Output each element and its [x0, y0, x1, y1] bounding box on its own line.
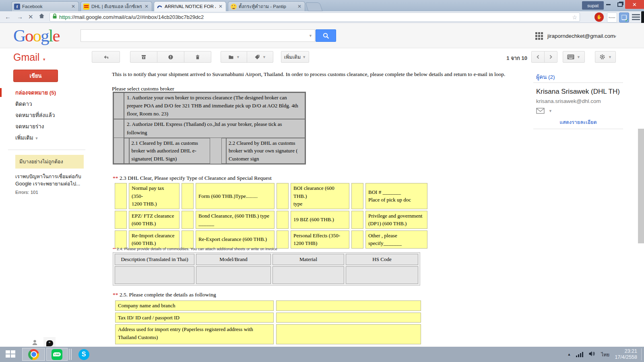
notes-extension-icon[interactable]: Evernote: [607, 12, 617, 23]
checkbox-cell[interactable]: [351, 211, 363, 229]
adblock-extension-icon[interactable]: ✋: [594, 12, 604, 22]
dropdown-icon: ▼: [577, 55, 580, 59]
checkbox-cell[interactable]: [182, 211, 194, 229]
back-icon[interactable]: ←: [5, 13, 11, 21]
error-count-text: Errors: 101: [15, 190, 38, 195]
pages-extension-icon[interactable]: ❏: [619, 12, 629, 23]
archive-button[interactable]: [130, 51, 157, 63]
checkbox-cell[interactable]: [182, 183, 194, 209]
input-cell[interactable]: [276, 313, 421, 323]
input-cell[interactable]: [272, 266, 344, 284]
checkbox-cell[interactable]: [114, 93, 124, 119]
tab-pantip[interactable]: ตั้งกระทู้คำถาม - Pantip ✕: [228, 1, 305, 11]
desktop-screen: f Facebook ✕ DHL | ดีเอชแอล เอ็กซ์เพรส |…: [0, 0, 644, 362]
settings-button[interactable]: ▼: [595, 51, 616, 63]
dropdown-icon: ▼: [549, 109, 552, 113]
checkbox-cell[interactable]: [351, 230, 363, 249]
tab-close-icon[interactable]: ✕: [144, 4, 149, 9]
report-spam-button[interactable]: [157, 51, 184, 63]
gmail-logo[interactable]: Gmail ▼: [13, 51, 46, 63]
tab-arrival-notice[interactable]: ARRIVAL NOTICE FOR JIRA ✕: [154, 1, 226, 11]
taskbar-chrome[interactable]: [22, 348, 45, 361]
broker-sub-table: 2.1 Cleared by DHL as customs broker wit…: [124, 138, 305, 164]
taskbar-line[interactable]: LINE: [46, 348, 68, 361]
input-tools-button[interactable]: ▼: [563, 51, 585, 63]
checkbox-cell[interactable]: [115, 211, 127, 229]
chrome-menu-icon[interactable]: [632, 14, 640, 15]
back-to-inbox-button[interactable]: [92, 51, 120, 63]
google-logo: Google: [13, 26, 60, 45]
input-cell[interactable]: [115, 266, 194, 284]
checkbox-cell[interactable]: [115, 183, 127, 209]
checkbox-cell[interactable]: [115, 230, 127, 249]
bookmark-star-icon[interactable]: ☆: [572, 14, 577, 21]
search-dropdown-icon[interactable]: ▼: [309, 34, 312, 38]
checkbox-cell[interactable]: [182, 230, 194, 249]
broker-option-2: 2. Authorize DHL Express (Thailand) co.,…: [124, 119, 305, 138]
show-hidden-icons[interactable]: ▲: [567, 352, 571, 356]
contacts-person-icon[interactable]: [31, 339, 38, 348]
table-row: Tax ID/ ID card / passport ID: [115, 313, 421, 323]
email-body: This is to notify that your shipment arr…: [112, 66, 533, 347]
language-indicator[interactable]: ไทย: [601, 351, 609, 358]
sidebar-item-more[interactable]: เพิ่มเติม ▼: [15, 133, 38, 142]
labels-button[interactable]: ▼: [247, 51, 273, 63]
network-signal-icon[interactable]: [576, 352, 583, 357]
move-to-button[interactable]: ▼: [221, 51, 247, 63]
checkbox-cell[interactable]: [277, 211, 289, 229]
tab-close-icon[interactable]: ✕: [297, 4, 302, 9]
tab-close-icon[interactable]: ✕: [218, 4, 223, 9]
taskbar-clock[interactable]: 23:2117/4/2558: [615, 348, 642, 360]
checkbox-cell[interactable]: [351, 183, 363, 209]
input-cell[interactable]: [276, 324, 421, 344]
more-actions-button[interactable]: เพิ่มเติม▼: [281, 51, 309, 63]
input-cell[interactable]: [346, 266, 418, 284]
sidebar-item-sent[interactable]: จดหมายที่ส่งแล้ว: [15, 111, 55, 119]
dropdown-icon: ▼: [302, 55, 306, 59]
table-row: 2.1 Cleared by DHL as customs broker wit…: [114, 138, 305, 164]
facebook-favicon: f: [14, 4, 20, 10]
dropdown-icon: ▼: [262, 55, 266, 59]
chrome-profile-chip[interactable]: supat: [582, 1, 604, 10]
checkbox-cell[interactable]: [114, 119, 124, 138]
account-email[interactable]: jiraporndechket@gmail.com: [547, 33, 615, 39]
window-restore-button[interactable]: [615, 0, 625, 9]
stop-icon[interactable]: ✕: [28, 13, 33, 21]
organize-group: ▼ ▼: [221, 51, 273, 63]
tab-close-icon[interactable]: ✕: [70, 4, 76, 9]
sidebar-item-starred[interactable]: ติดดาว: [15, 99, 32, 108]
volume-icon[interactable]: [588, 351, 596, 358]
checkbox-cell[interactable]: [124, 138, 129, 164]
tab-dhl[interactable]: DHL | ดีเอชแอล เอ็กซ์เพรส | แ ✕: [80, 1, 152, 11]
send-mail-button[interactable]: ▼: [536, 108, 552, 114]
vertical-scrollbar[interactable]: [638, 129, 644, 243]
new-tab-button[interactable]: [305, 2, 322, 11]
home-icon[interactable]: [38, 12, 45, 21]
newer-mail-button[interactable]: [531, 51, 545, 63]
taskbar-skype[interactable]: S: [72, 348, 95, 361]
input-cell[interactable]: [276, 300, 421, 311]
address-bar[interactable]: https://mail.google.com/mail/ca/u/2/#inb…: [50, 12, 580, 22]
apps-grid-icon[interactable]: [535, 32, 543, 40]
start-button[interactable]: [6, 350, 15, 358]
window-minimize-button[interactable]: [603, 0, 613, 9]
checkbox-cell[interactable]: [277, 183, 289, 209]
trash-icon: [194, 54, 201, 60]
older-mail-button[interactable]: [544, 51, 557, 63]
sidebar-item-inbox[interactable]: กล่องจดหมาย (5): [15, 88, 56, 97]
search-button[interactable]: [316, 29, 336, 42]
line-icon: LINE: [52, 349, 62, 360]
checkbox-cell[interactable]: [277, 230, 289, 249]
compose-button[interactable]: เขียน: [13, 70, 58, 82]
input-cell[interactable]: [196, 266, 271, 284]
tab-facebook[interactable]: f Facebook ✕: [11, 1, 79, 11]
checkbox-cell[interactable]: [221, 138, 227, 164]
forward-icon[interactable]: →: [17, 13, 23, 21]
show-details-link[interactable]: แสดงรายละเอียด: [533, 118, 623, 126]
window-close-button[interactable]: ✕: [625, 0, 644, 9]
sidebar-item-drafts[interactable]: จดหมายร่าง: [15, 122, 44, 131]
mail-search-input[interactable]: ▼: [80, 29, 315, 42]
checkbox-cell[interactable]: [114, 138, 124, 164]
account-dropdown-icon[interactable]: ▼: [613, 35, 617, 39]
delete-button[interactable]: [184, 51, 211, 63]
